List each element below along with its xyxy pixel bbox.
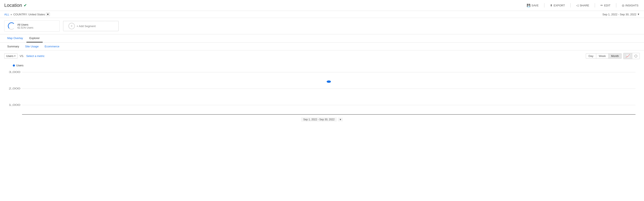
chart-legend: Users bbox=[4, 64, 640, 67]
segment-all-users[interactable]: All Users 42.51% Users bbox=[4, 20, 60, 32]
chart-view-controls: Day Week Month 📈 ⬡ bbox=[586, 53, 640, 59]
y-label-3000: 3,000 bbox=[9, 71, 20, 74]
chart-date-arrow-down[interactable]: ▼ bbox=[338, 118, 343, 122]
chart-date-label: Sep 1, 2022 - Sep 30, 2022 ▼ bbox=[4, 116, 640, 122]
save-icon: 💾 bbox=[527, 4, 530, 7]
segment-name: All Users bbox=[17, 23, 33, 26]
breadcrumb-country: COUNTRY: United States ▼ bbox=[13, 12, 50, 16]
line-chart-icon: 📈 bbox=[626, 54, 630, 58]
share-button[interactable]: ◁ SHARE bbox=[575, 3, 590, 8]
period-day-button[interactable]: Day bbox=[586, 54, 596, 58]
data-point bbox=[327, 80, 331, 83]
add-segment-label: + Add Segment bbox=[76, 24, 96, 28]
chart-container: 3,000 2,000 1,000 bbox=[4, 69, 640, 116]
divider4 bbox=[616, 3, 616, 8]
metric-selector: Users ▾ VS. Select a metric bbox=[4, 53, 44, 59]
subtabs-row: Summary Site Usage Ecommerce bbox=[0, 43, 644, 50]
divider2 bbox=[570, 3, 571, 8]
select-metric-link[interactable]: Select a metric bbox=[26, 54, 44, 58]
breadcrumb-all[interactable]: ALL bbox=[4, 13, 9, 16]
divider bbox=[544, 3, 544, 8]
chart-area: Users 3,000 2,000 1,000 Sep 1, 2022 - Se… bbox=[0, 62, 644, 122]
check-icon: ✔ bbox=[24, 3, 27, 8]
save-button[interactable]: 💾 SAVE bbox=[526, 3, 540, 8]
chart-svg: 3,000 2,000 1,000 bbox=[4, 69, 640, 116]
segments-bar: All Users 42.51% Users + + Add Segment bbox=[0, 18, 644, 34]
header-actions: 💾 SAVE ⬇ EXPORT ◁ SHARE ✏ EDIT ◎ INSIGHT… bbox=[526, 3, 640, 8]
insights-label: INSIGHTS bbox=[626, 4, 638, 7]
y-label-1000: 1,000 bbox=[9, 104, 20, 106]
segment-pct: 42.51% Users bbox=[17, 26, 33, 29]
header-left: Location ✔ bbox=[4, 2, 27, 8]
pie-chart-icon: ⬡ bbox=[634, 54, 638, 58]
page-title: Location bbox=[4, 2, 22, 8]
breadcrumb: ALL » COUNTRY: United States ▼ bbox=[4, 12, 50, 16]
tab-map-overlay[interactable]: Map Overlay bbox=[4, 34, 26, 42]
edit-label: EDIT bbox=[604, 4, 610, 7]
header: Location ✔ 💾 SAVE ⬇ EXPORT ◁ SHARE ✏ EDI… bbox=[0, 0, 644, 11]
chart-date-text: Sep 1, 2022 - Sep 30, 2022 bbox=[301, 117, 337, 122]
subtab-site-usage[interactable]: Site Usage bbox=[22, 43, 42, 50]
date-range-label: Sep 1, 2022 - Sep 30, 2022 bbox=[602, 13, 636, 16]
line-chart-button[interactable]: 📈 bbox=[624, 53, 632, 59]
save-label: SAVE bbox=[532, 4, 539, 7]
add-segment-card[interactable]: + + Add Segment bbox=[63, 21, 118, 31]
period-buttons: Day Week Month bbox=[586, 53, 622, 59]
y-label-2000: 2,000 bbox=[9, 87, 20, 90]
period-week-button[interactable]: Week bbox=[596, 54, 608, 58]
chart-controls: Users ▾ VS. Select a metric Day Week Mon… bbox=[0, 50, 644, 62]
breadcrumb-country-label: COUNTRY: United States bbox=[13, 13, 45, 16]
edit-icon: ✏ bbox=[600, 4, 603, 7]
export-button[interactable]: ⬇ EXPORT bbox=[549, 3, 566, 8]
legend-dot bbox=[13, 64, 15, 66]
insights-button[interactable]: ◎ INSIGHTS bbox=[620, 3, 640, 8]
tab-explorer[interactable]: Explorer bbox=[26, 34, 43, 42]
chart-type-buttons: 📈 ⬡ bbox=[623, 53, 640, 59]
legend-label: Users bbox=[16, 64, 24, 67]
period-month-button[interactable]: Month bbox=[608, 54, 622, 58]
insights-icon: ◎ bbox=[622, 4, 624, 7]
divider3 bbox=[595, 3, 595, 8]
pie-chart-button[interactable]: ⬡ bbox=[632, 53, 640, 59]
tabs-row: Map Overlay Explorer bbox=[0, 34, 644, 43]
add-segment-icon: + bbox=[68, 23, 75, 29]
date-range-arrow: ▼ bbox=[637, 13, 640, 16]
metric-dropdown[interactable]: Users ▾ bbox=[4, 53, 18, 59]
breadcrumb-sep: » bbox=[10, 13, 12, 16]
share-label: SHARE bbox=[580, 4, 589, 7]
metric-arrow: ▾ bbox=[14, 54, 16, 58]
breadcrumb-bar: ALL » COUNTRY: United States ▼ Sep 1, 20… bbox=[0, 11, 644, 18]
export-label: EXPORT bbox=[554, 4, 565, 7]
breadcrumb-dropdown[interactable]: ▼ bbox=[46, 12, 50, 16]
metric-label: Users bbox=[6, 54, 14, 58]
date-range-selector[interactable]: Sep 1, 2022 - Sep 30, 2022 ▼ bbox=[602, 13, 640, 16]
export-icon: ⬇ bbox=[550, 4, 552, 7]
subtab-ecommerce[interactable]: Ecommerce bbox=[42, 43, 62, 50]
segment-info: All Users 42.51% Users bbox=[17, 23, 33, 29]
subtab-summary[interactable]: Summary bbox=[4, 43, 22, 50]
segment-icon bbox=[8, 22, 15, 30]
vs-label: VS. bbox=[20, 54, 24, 58]
share-icon: ◁ bbox=[576, 4, 578, 7]
edit-button[interactable]: ✏ EDIT bbox=[599, 3, 612, 8]
